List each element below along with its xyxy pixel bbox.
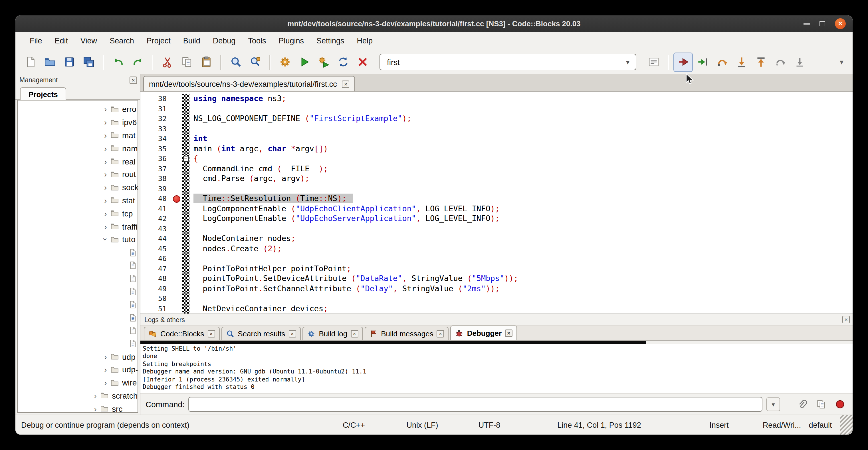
chevron-down-icon[interactable]: ▾ xyxy=(622,58,633,66)
menu-item-tools[interactable]: Tools xyxy=(242,32,272,50)
menu-item-settings[interactable]: Settings xyxy=(310,32,351,50)
tab-projects[interactable]: Projects xyxy=(20,87,66,100)
menu-item-file[interactable]: File xyxy=(23,32,49,50)
rebuild-button[interactable] xyxy=(334,53,352,71)
tree-item-traffi[interactable]: ›traffi xyxy=(18,220,137,233)
run-button[interactable] xyxy=(295,53,313,71)
tree-expander-icon[interactable]: › xyxy=(101,379,110,387)
close-icon[interactable]: × xyxy=(505,330,513,337)
next-line-button[interactable] xyxy=(713,53,731,71)
tree-item-six[interactable]: six xyxy=(18,324,137,337)
save-all-button[interactable] xyxy=(79,53,98,71)
run-to-cursor-button[interactable] xyxy=(693,53,712,71)
close-icon[interactable]: × xyxy=(129,76,137,84)
new-file-button[interactable] xyxy=(21,53,39,71)
tree-item-se[interactable]: se xyxy=(18,298,137,311)
log-tab-build-log[interactable]: Build log× xyxy=(302,327,363,340)
tree-expander-icon[interactable]: › xyxy=(101,171,110,178)
tree-item-real[interactable]: ›real xyxy=(18,155,137,168)
toolbar-overflow-button[interactable]: ▾ xyxy=(836,58,847,66)
tree-item-nam[interactable]: ›nam xyxy=(18,142,137,155)
tree-item-sock[interactable]: ›sock xyxy=(18,181,137,194)
tree-expander-icon[interactable]: › xyxy=(101,366,110,374)
resize-grip[interactable] xyxy=(840,415,852,434)
tree-item-rout[interactable]: ›rout xyxy=(18,168,137,181)
replace-button[interactable] xyxy=(246,53,264,71)
fold-marker[interactable]: − xyxy=(183,156,189,161)
tree-expander-icon[interactable]: › xyxy=(101,145,110,152)
menu-item-help[interactable]: Help xyxy=(351,32,379,50)
abort-build-button[interactable] xyxy=(353,53,372,71)
tree-item-udp[interactable]: ›udp- xyxy=(18,363,137,376)
command-attach-button[interactable] xyxy=(795,397,810,412)
tree-expander-icon[interactable]: › xyxy=(91,392,100,400)
tree-item-tuto[interactable]: ›tuto xyxy=(18,233,137,246)
log-tab-build-messages[interactable]: Build messages× xyxy=(364,327,449,340)
maximize-button[interactable] xyxy=(819,21,825,26)
menu-item-view[interactable]: View xyxy=(74,32,103,50)
tree-item-ipv6[interactable]: ›ipv6 xyxy=(18,116,137,129)
command-stop-button[interactable] xyxy=(833,397,847,412)
log-tab-debugger[interactable]: Debugger× xyxy=(451,326,517,340)
copy-button[interactable] xyxy=(178,53,196,71)
tree-expander-icon[interactable]: › xyxy=(101,183,110,191)
search-combo-input[interactable] xyxy=(386,57,622,67)
debug-continue-button[interactable] xyxy=(674,53,692,71)
menu-item-search[interactable]: Search xyxy=(103,32,141,50)
tree-expander-icon[interactable]: › xyxy=(101,157,110,165)
tree-item-tcp[interactable]: ›tcp xyxy=(18,207,137,220)
tree-expander-icon[interactable]: › xyxy=(101,222,110,231)
cut-button[interactable] xyxy=(158,53,176,71)
tree-expander-icon[interactable]: › xyxy=(101,118,110,126)
tree-item-erro[interactable]: ›erro xyxy=(18,103,137,116)
tree-expander-icon[interactable]: › xyxy=(101,197,110,205)
tree-item-stat[interactable]: ›stat xyxy=(18,194,137,207)
log-tab-code-blocks[interactable]: Code::Blocks× xyxy=(144,327,219,340)
tree-expander-icon[interactable]: › xyxy=(101,210,110,217)
editor-tab-first-cc[interactable]: mnt/dev/tools/source/ns-3-dev/examples/t… xyxy=(143,76,355,91)
paste-button[interactable] xyxy=(197,53,215,71)
tree-item-fir[interactable]: fir xyxy=(18,259,137,272)
log-tab-search-results[interactable]: Search results× xyxy=(221,327,301,340)
save-button[interactable] xyxy=(60,53,78,71)
step-into-button[interactable] xyxy=(732,53,750,71)
step-into-instruction-button[interactable] xyxy=(790,53,809,71)
build-and-run-button[interactable] xyxy=(314,53,333,71)
menu-item-build[interactable]: Build xyxy=(177,32,207,50)
undo-button[interactable] xyxy=(109,53,127,71)
close-icon[interactable]: × xyxy=(342,80,349,88)
project-tree[interactable]: ›erro›ipv6›mat›nam›real›rout›sock›stat›t… xyxy=(17,100,138,413)
breakpoint-marker[interactable] xyxy=(173,195,180,203)
command-input[interactable] xyxy=(189,397,763,412)
close-icon[interactable]: × xyxy=(437,330,444,337)
tree-item-scratch[interactable]: ›scratch xyxy=(18,389,137,402)
close-icon[interactable]: × xyxy=(208,330,215,337)
command-copy-button[interactable] xyxy=(814,397,829,412)
build-targets-button[interactable] xyxy=(644,53,662,71)
step-out-button[interactable] xyxy=(752,53,770,71)
menu-item-edit[interactable]: Edit xyxy=(49,32,74,50)
code-editor[interactable]: 30using namespace ns3;3132NS_LOG_COMPONE… xyxy=(141,92,852,313)
search-combo[interactable]: ▾ xyxy=(379,54,636,70)
close-icon[interactable]: × xyxy=(288,330,296,337)
tree-item-fif[interactable]: fif xyxy=(18,246,137,259)
tree-expander-icon[interactable]: › xyxy=(101,106,110,113)
tree-item-wire[interactable]: ›wire xyxy=(18,376,137,389)
command-dropdown-button[interactable]: ▾ xyxy=(767,397,780,411)
tree-item-mat[interactable]: ›mat xyxy=(18,129,137,142)
menu-item-debug[interactable]: Debug xyxy=(207,32,242,50)
tree-expander-icon[interactable]: › xyxy=(91,404,100,413)
tree-item-he[interactable]: he xyxy=(18,285,137,298)
menu-item-project[interactable]: Project xyxy=(141,32,177,50)
next-instruction-button[interactable] xyxy=(771,53,789,71)
tree-item-udp[interactable]: ›udp xyxy=(18,350,137,363)
tree-expander-icon[interactable]: › xyxy=(101,131,110,139)
minimize-button[interactable] xyxy=(804,23,810,24)
tree-item-se[interactable]: se xyxy=(18,311,137,324)
find-button[interactable] xyxy=(226,53,245,71)
menu-item-plugins[interactable]: Plugins xyxy=(272,32,310,50)
tree-item-fo[interactable]: fo xyxy=(18,272,137,285)
build-button[interactable] xyxy=(276,53,294,71)
close-icon[interactable]: × xyxy=(842,316,850,323)
tree-item-th[interactable]: th xyxy=(18,337,137,350)
